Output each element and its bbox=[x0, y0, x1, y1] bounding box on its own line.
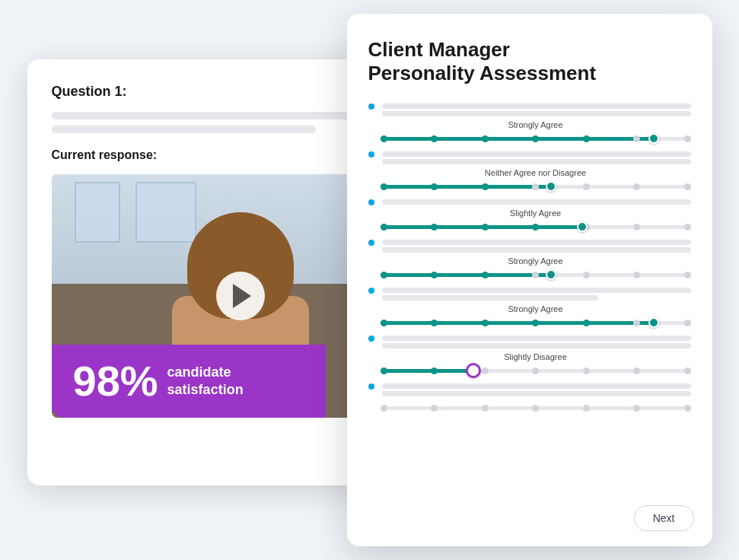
dot-4-5 bbox=[583, 272, 590, 278]
slider-item-1: Strongly Agree bbox=[368, 103, 691, 145]
dot-3 bbox=[368, 199, 374, 205]
text-block-4 bbox=[382, 240, 691, 255]
dot-6-7 bbox=[684, 368, 691, 374]
slider-5-header bbox=[368, 288, 691, 303]
dot-2-2 bbox=[431, 183, 438, 190]
dot-2-5 bbox=[583, 183, 590, 190]
slider-3-label: Slightly Agree bbox=[381, 208, 691, 218]
slider-2-header bbox=[368, 151, 691, 167]
slider-1-wrapper: Strongly Agree bbox=[368, 120, 691, 145]
play-button[interactable] bbox=[216, 272, 265, 320]
dot-2-4 bbox=[532, 183, 539, 190]
dot-row-4 bbox=[381, 272, 691, 278]
slider-5-track[interactable] bbox=[381, 316, 691, 329]
dot-1-6 bbox=[633, 135, 640, 142]
text-block-1 bbox=[382, 103, 691, 119]
dot-7-5 bbox=[583, 405, 590, 412]
text-line-5b bbox=[382, 295, 598, 301]
dot-1 bbox=[368, 103, 374, 110]
slider-item-7 bbox=[368, 383, 691, 415]
dot-6-6 bbox=[633, 368, 640, 374]
dot-4-2 bbox=[431, 272, 438, 278]
slider-6-wrapper: Slightly Disagree bbox=[368, 352, 691, 377]
dot-3-7 bbox=[684, 224, 691, 231]
window-frame-1 bbox=[75, 182, 120, 243]
dot-7-1 bbox=[381, 405, 387, 412]
slider-5-label: Strongly Agree bbox=[381, 304, 691, 313]
text-block-7 bbox=[382, 383, 691, 399]
dot-row-7 bbox=[381, 405, 691, 412]
dot-6-4 bbox=[532, 368, 539, 374]
text-line-2b bbox=[382, 159, 691, 164]
knob-5 bbox=[648, 317, 659, 328]
slider-1-track[interactable] bbox=[381, 132, 691, 145]
knob-1 bbox=[648, 133, 659, 144]
dot-6-2 bbox=[431, 368, 438, 374]
dot-2-7 bbox=[684, 183, 691, 190]
dot-row-6 bbox=[381, 368, 691, 374]
slider-4-track[interactable] bbox=[381, 268, 691, 282]
play-icon bbox=[233, 284, 251, 308]
satisfaction-percent: 98% bbox=[73, 360, 158, 402]
dot-4-7 bbox=[684, 272, 691, 278]
slider-1-label: Strongly Agree bbox=[381, 120, 691, 129]
dot-4-1 bbox=[381, 272, 387, 278]
slider-4-header bbox=[368, 240, 691, 255]
dot-6-5 bbox=[583, 368, 590, 374]
knob-6-active[interactable] bbox=[466, 363, 481, 378]
dot-row-5 bbox=[381, 320, 691, 326]
next-button[interactable]: Next bbox=[634, 505, 694, 531]
slider-2-wrapper: Neither Agree nor Disagree bbox=[368, 168, 691, 193]
dot-3-6 bbox=[633, 224, 640, 231]
text-block-6 bbox=[382, 336, 691, 351]
dot-row-1 bbox=[381, 135, 691, 142]
dot-7-2 bbox=[431, 405, 438, 412]
text-line-1a bbox=[382, 103, 691, 109]
text-line-1b bbox=[382, 111, 691, 116]
slider-2-track[interactable] bbox=[381, 180, 691, 193]
dot-1-5 bbox=[583, 135, 590, 142]
dot-5 bbox=[368, 288, 374, 294]
dot-row-3 bbox=[381, 224, 691, 231]
slider-7-track[interactable] bbox=[381, 401, 691, 415]
text-line-6b bbox=[382, 343, 691, 348]
slider-4-label: Strongly Agree bbox=[381, 256, 691, 266]
dot-1-7 bbox=[684, 135, 691, 142]
dot-4-6 bbox=[633, 272, 640, 278]
dot-3-2 bbox=[431, 224, 438, 231]
dot-7 bbox=[368, 383, 374, 390]
slider-3-wrapper: Slightly Agree bbox=[368, 208, 691, 234]
scene: Question 1: Current response: bbox=[27, 14, 712, 546]
dot-4 bbox=[368, 240, 374, 246]
dot-1-1 bbox=[381, 135, 387, 142]
dot-5-4 bbox=[532, 320, 539, 326]
text-line-2a bbox=[382, 151, 691, 157]
dot-row-2 bbox=[381, 183, 691, 190]
knob-4 bbox=[546, 269, 556, 280]
dot-2-1 bbox=[381, 183, 387, 190]
dot-7-4 bbox=[532, 405, 539, 412]
dot-7-3 bbox=[482, 405, 489, 412]
knob-2 bbox=[546, 181, 556, 192]
question-line-2 bbox=[52, 126, 316, 133]
dot-1-4 bbox=[532, 135, 539, 142]
slider-1-header bbox=[368, 103, 691, 119]
dot-5-2 bbox=[431, 320, 438, 326]
text-block-3 bbox=[382, 199, 691, 207]
dot-7-6 bbox=[633, 405, 640, 412]
text-block-5 bbox=[382, 288, 691, 303]
dot-3-4 bbox=[532, 224, 539, 231]
slider-5-wrapper: Strongly Agree bbox=[368, 304, 691, 329]
text-line-6a bbox=[382, 336, 691, 341]
slider-6-header bbox=[368, 336, 691, 351]
slider-item-6: Slightly Disagree bbox=[368, 336, 691, 377]
slider-3-track[interactable] bbox=[381, 220, 691, 234]
text-line-4a bbox=[382, 240, 691, 245]
dot-1-3 bbox=[482, 135, 489, 142]
text-block-2 bbox=[382, 151, 691, 167]
slider-6-track[interactable] bbox=[381, 364, 691, 377]
text-line-7a bbox=[382, 383, 691, 389]
slider-item-2: Neither Agree nor Disagree bbox=[368, 151, 691, 193]
text-line-4b bbox=[382, 247, 691, 253]
assessment-card: Client ManagerPersonality Assessment Str… bbox=[347, 14, 712, 546]
